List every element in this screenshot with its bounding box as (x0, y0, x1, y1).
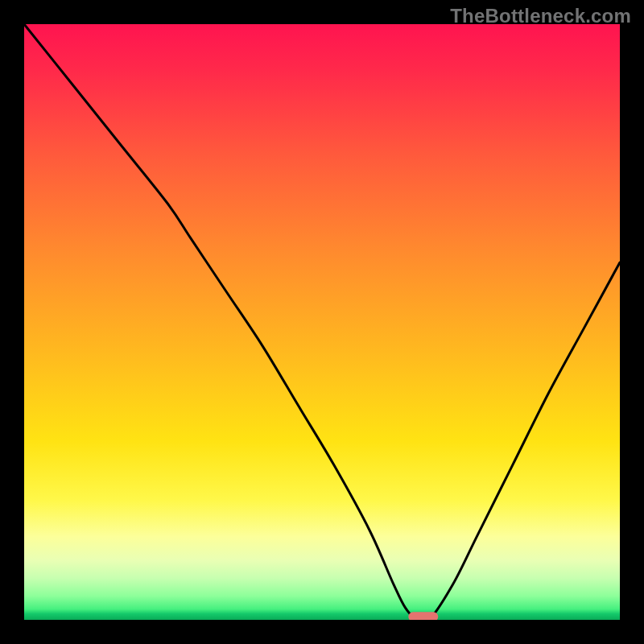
optimal-marker (408, 612, 438, 620)
plot-area (24, 24, 620, 620)
bottleneck-curve (24, 24, 620, 620)
chart-frame: TheBottleneck.com (0, 0, 644, 644)
watermark-text: TheBottleneck.com (450, 5, 631, 27)
curve-layer (24, 24, 620, 620)
